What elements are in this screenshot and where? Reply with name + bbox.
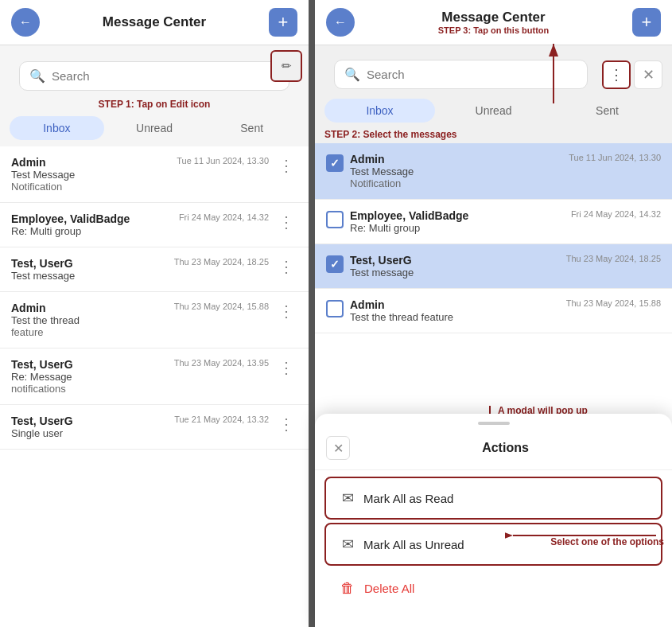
msg-preview: Test Message	[350, 166, 562, 177]
sheet-header: ✕ Actions	[315, 431, 672, 470]
msg-sender: Admin	[350, 153, 562, 166]
edit-pencil-icon: ✏	[282, 59, 292, 73]
msg-menu-button[interactable]: ⋮	[275, 415, 297, 434]
right-search-bar: 🔍	[334, 60, 588, 89]
checkbox-4[interactable]	[326, 300, 344, 317]
msg-date: Thu 23 May 2024, 15.88	[566, 298, 661, 308]
msg-preview: Re: Multi group	[11, 225, 173, 237]
msg-menu-button[interactable]: ⋮	[275, 257, 297, 276]
left-messages-list: Admin Test Message Notification Tue 11 J…	[0, 146, 309, 627]
right-title: Message Center	[355, 10, 632, 25]
msg-sender: Employee, ValidBadge	[11, 212, 173, 225]
message-content: Admin Test the thread feature	[11, 302, 168, 338]
msg-sub: Notification	[11, 181, 170, 193]
list-item[interactable]: Employee, ValidBadge Re: Multi group Fri…	[0, 203, 309, 247]
msg-date: Thu 23 May 2024, 18.25	[566, 254, 661, 263]
msg-date: Fri 24 May 2024, 14.32	[179, 212, 269, 222]
left-header: ← Message Center +	[0, 0, 309, 45]
step3-label: STEP 3: Tap on this button	[355, 25, 632, 35]
mark-unread-label: Mark All as Unread	[363, 538, 464, 551]
list-item[interactable]: Admin Test the thread feature Thu 23 May…	[0, 292, 309, 349]
message-content: Test, UserG Test message	[11, 257, 168, 282]
right-tab-inbox[interactable]: Inbox	[324, 99, 435, 123]
delete-icon: 🗑	[340, 580, 355, 597]
right-tabs: Inbox Unread Sent	[324, 99, 662, 123]
list-item[interactable]: Admin Test Message Notification Tue 11 J…	[0, 146, 309, 203]
left-tab-unread[interactable]: Unread	[107, 116, 202, 140]
msg-sub: notifications	[11, 383, 168, 395]
message-content: Admin Test Message Notification	[11, 156, 170, 193]
right-add-button[interactable]: +	[632, 8, 661, 37]
left-edit-button[interactable]: ✏	[270, 50, 302, 82]
msg-sender: Test, UserG	[11, 257, 168, 270]
msg-preview: Test the thread feature	[350, 311, 560, 323]
msg-menu-button[interactable]: ⋮	[275, 212, 297, 232]
step2-label: STEP 2: Select the messages	[324, 129, 662, 140]
message-content: Employee, ValidBadge Re: Multi group	[11, 212, 173, 237]
three-dots-button[interactable]: ⋮	[602, 60, 631, 89]
left-tab-sent[interactable]: Sent	[204, 116, 299, 140]
msg-preview: Test message	[350, 267, 560, 278]
message-content: Test, UserG Test message	[350, 254, 560, 278]
msg-preview: Re: Message	[11, 371, 168, 383]
msg-sender: Admin	[11, 156, 170, 169]
msg-sub: feature	[11, 326, 168, 338]
msg-sender: Test, UserG	[11, 415, 168, 427]
message-content: Admin Test Message Notification	[350, 153, 562, 189]
mark-all-read-action[interactable]: ✉ Mark All as Read	[324, 477, 662, 520]
msg-menu-button[interactable]: ⋮	[275, 358, 297, 377]
msg-sender: Admin	[350, 298, 560, 311]
right-tab-sent[interactable]: Sent	[552, 99, 662, 123]
list-item[interactable]: Test, UserG Re: Message notifications Th…	[0, 349, 309, 405]
list-item[interactable]: Admin Test Message Notification Tue 11 J…	[315, 143, 672, 200]
left-search-input[interactable]	[52, 69, 279, 83]
left-back-button[interactable]: ←	[11, 8, 40, 37]
list-item[interactable]: Test, UserG Single user Tue 21 May 2024,…	[0, 405, 309, 450]
mark-read-icon: ✉	[342, 489, 354, 507]
msg-sender: Test, UserG	[350, 254, 560, 267]
msg-preview: Test message	[11, 270, 168, 282]
right-tab-unread[interactable]: Unread	[438, 99, 549, 123]
sheet-close-button[interactable]: ✕	[326, 436, 350, 460]
left-add-button[interactable]: +	[269, 8, 297, 37]
left-search-icon: 🔍	[29, 68, 45, 84]
msg-menu-button[interactable]: ⋮	[275, 302, 297, 321]
checkbox-3[interactable]	[326, 255, 344, 273]
step1-label: STEP 1: Tap on Edit icon	[0, 99, 309, 110]
left-tab-inbox[interactable]: Inbox	[10, 116, 104, 140]
msg-preview: Re: Multi group	[350, 222, 565, 234]
left-search-bar: 🔍	[19, 61, 289, 91]
sheet-handle	[478, 422, 510, 425]
msg-sender: Admin	[11, 302, 168, 314]
msg-date: Thu 23 May 2024, 15.88	[174, 302, 269, 311]
mark-read-label: Mark All as Read	[363, 492, 453, 505]
msg-preview: Test Message	[11, 169, 170, 181]
msg-date: Tue 11 Jun 2024, 13.30	[569, 153, 661, 162]
msg-date: Thu 23 May 2024, 18.25	[174, 257, 269, 267]
message-content: Admin Test the thread feature	[350, 298, 560, 323]
left-tabs: Inbox Unread Sent	[10, 116, 299, 140]
list-item[interactable]: Admin Test the thread feature Thu 23 May…	[315, 289, 672, 333]
message-content: Test, UserG Re: Message notifications	[11, 358, 168, 395]
checkbox-2[interactable]	[326, 211, 344, 228]
right-search-row: 🔍 ⋮ ✕	[315, 45, 672, 99]
msg-preview: Single user	[11, 427, 168, 439]
list-item[interactable]: Test, UserG Test message Thu 23 May 2024…	[0, 247, 309, 292]
msg-menu-button[interactable]: ⋮	[275, 156, 297, 175]
left-panel: ← Message Center + 🔍 ✏ STEP 1: Tap on Ed…	[0, 0, 310, 627]
right-back-button[interactable]: ←	[326, 8, 355, 37]
msg-sub: Notification	[350, 177, 562, 189]
list-item[interactable]: Employee, ValidBadge Re: Multi group Fri…	[315, 200, 672, 244]
left-title: Message Center	[40, 14, 269, 30]
msg-preview: Test the thread	[11, 314, 168, 326]
msg-sender: Test, UserG	[11, 358, 168, 371]
delete-all-action[interactable]: 🗑 Delete All	[324, 569, 662, 608]
right-header-title: Message Center STEP 3: Tap on this butto…	[355, 10, 632, 35]
sheet-title: Actions	[350, 441, 661, 455]
close-x-button[interactable]: ✕	[634, 60, 662, 89]
checkbox-1[interactable]	[326, 154, 344, 172]
list-item[interactable]: Test, UserG Test message Thu 23 May 2024…	[315, 244, 672, 289]
right-panel: ← Message Center STEP 3: Tap on this but…	[315, 0, 672, 627]
right-search-input[interactable]	[367, 68, 577, 81]
right-search-icon: 🔍	[344, 67, 360, 82]
